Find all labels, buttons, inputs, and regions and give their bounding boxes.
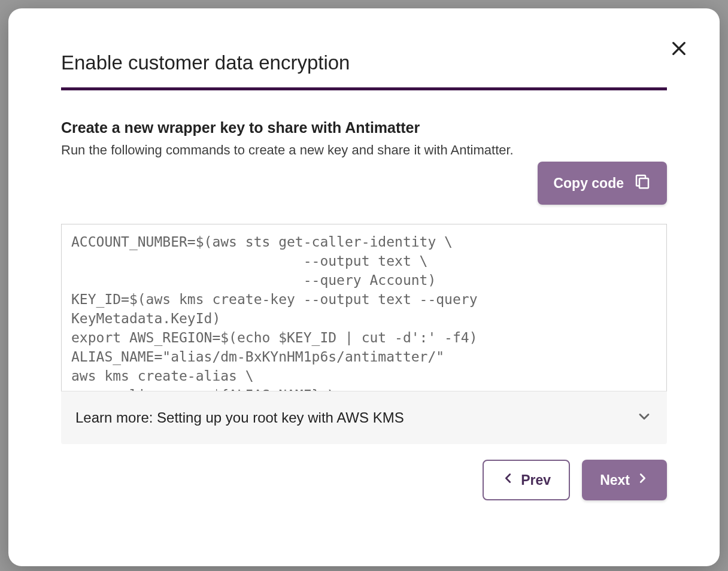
learn-more-accordion[interactable]: Learn more: Setting up you root key with…: [61, 391, 667, 444]
encryption-modal: Enable customer data encryption Create a…: [8, 8, 720, 566]
chevron-right-icon: [636, 472, 649, 488]
prev-label: Prev: [521, 472, 551, 488]
svg-rect-2: [639, 178, 648, 188]
modal-title: Enable customer data encryption: [61, 51, 667, 90]
section-subtext: Run the following commands to create a n…: [61, 142, 667, 158]
prev-button[interactable]: Prev: [483, 460, 570, 500]
accordion-label: Learn more: Setting up you root key with…: [75, 409, 404, 426]
copy-code-button[interactable]: Copy code: [538, 162, 667, 205]
code-block[interactable]: ACCOUNT_NUMBER=$(aws sts get-caller-iden…: [61, 224, 667, 391]
next-button[interactable]: Next: [582, 460, 667, 500]
modal-footer: Prev Next: [61, 460, 667, 500]
copy-row: Copy code: [61, 162, 667, 205]
chevron-left-icon: [502, 472, 515, 488]
copy-code-label: Copy code: [553, 175, 624, 192]
close-icon: [669, 39, 688, 60]
copy-icon: [633, 172, 651, 194]
close-button[interactable]: [666, 36, 692, 62]
section-heading: Create a new wrapper key to share with A…: [61, 119, 667, 136]
chevron-down-icon: [636, 408, 653, 427]
next-label: Next: [600, 472, 630, 488]
